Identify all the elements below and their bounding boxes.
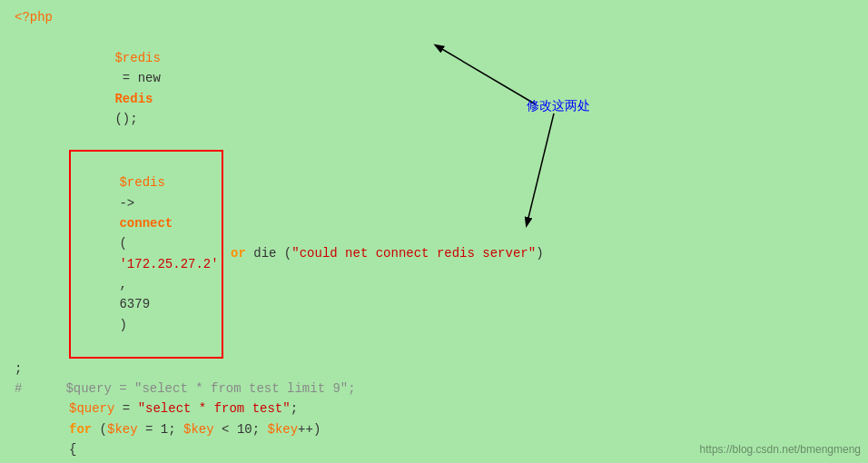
code-line-6: $query = "select * from test" ; xyxy=(69,399,853,419)
code-line-9: if (! $redis -> get ( $key )) xyxy=(178,460,853,463)
redis-connect-highlight: $redis -> connect ( '172.25.27.2' , 6379… xyxy=(69,150,223,359)
code-line-5: # $query = "select * from test limit 9"; xyxy=(15,379,853,399)
code-line-1: <?php xyxy=(15,7,853,27)
code-line-4: ; xyxy=(15,359,853,379)
annotation-text: 修改这两处 xyxy=(527,98,590,114)
code-line-3: $redis -> connect ( '172.25.27.2' , 6379… xyxy=(69,150,853,359)
code-text: $redis = new Redis (); xyxy=(69,27,168,149)
code-text: <?php xyxy=(15,7,53,27)
code-line-7: for ( $key = 1; $key < 10; $key ++) xyxy=(69,419,853,439)
watermark: https://blog.csdn.net/bmengmeng xyxy=(700,443,861,456)
code-area: <?php $redis = new Redis (); $redis -> c… xyxy=(0,0,868,463)
code-line-2: $redis = new Redis (); xyxy=(69,27,853,149)
